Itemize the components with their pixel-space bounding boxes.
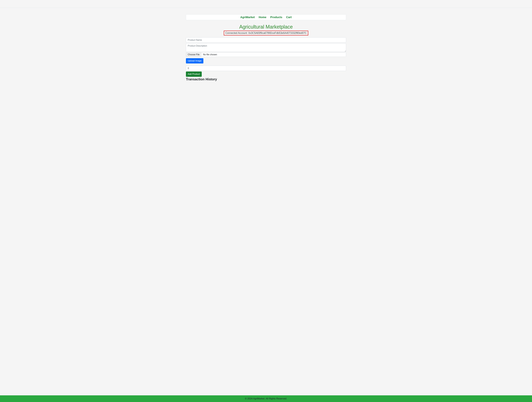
connected-account-box: Connected Account: 0x3C5A83f9ca6789DceFd… bbox=[224, 31, 308, 35]
file-chosen-text: No file chosen bbox=[201, 52, 219, 57]
file-choose-button[interactable]: Choose File bbox=[186, 52, 201, 57]
nav-link-cart[interactable]: Cart bbox=[286, 16, 292, 19]
product-description-input[interactable] bbox=[186, 43, 346, 52]
add-product-button[interactable]: Add Product bbox=[186, 71, 202, 77]
page-title: Agricultural Marketplace bbox=[186, 24, 346, 30]
navbar: AgriMarket Home Products Cart bbox=[186, 14, 346, 20]
nav-link-home[interactable]: Home bbox=[259, 16, 266, 19]
file-input[interactable]: Choose File No file chosen bbox=[186, 52, 346, 57]
upload-image-button[interactable]: Upload Image bbox=[186, 58, 203, 64]
navbar-brand[interactable]: AgriMarket bbox=[240, 16, 255, 19]
top-spacer bbox=[0, 0, 532, 8]
connected-account-label: Connected Account: bbox=[225, 32, 248, 34]
footer-text: © 2024 AgriMarket. All Rights Reserved. bbox=[245, 397, 287, 400]
footer: © 2024 AgriMarket. All Rights Reserved. bbox=[0, 395, 532, 402]
quantity-input[interactable] bbox=[186, 66, 346, 71]
transaction-history-heading: Transaction History bbox=[186, 77, 346, 81]
content-spacer bbox=[186, 81, 346, 123]
connected-account-value: 0x3C5A83f9ca6789DceFdb53e6A4073332f80ed0… bbox=[248, 32, 307, 34]
product-name-input[interactable] bbox=[186, 38, 346, 43]
nav-link-products[interactable]: Products bbox=[270, 16, 282, 19]
